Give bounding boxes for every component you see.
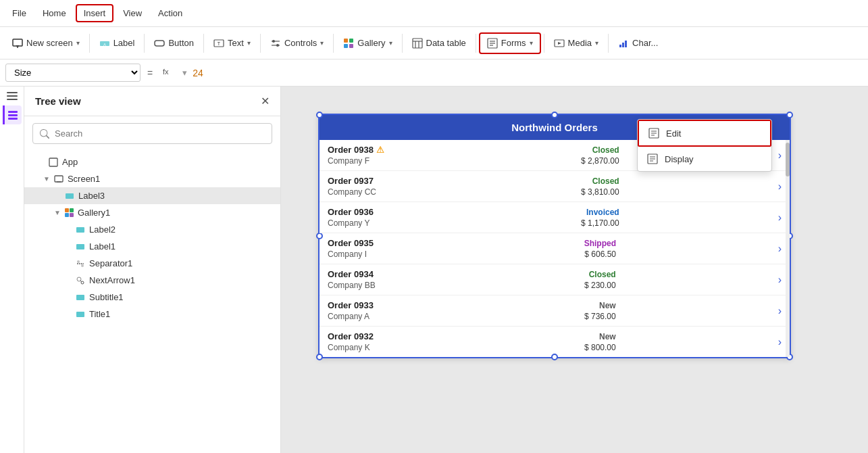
controls-chevron: ▾ xyxy=(320,39,324,47)
toolbar-sep-2 xyxy=(144,34,145,53)
gallery-row[interactable]: Order 0934 Company BB Closed $ 230.00 › xyxy=(320,264,790,295)
svg-rect-15 xyxy=(349,44,353,48)
tree-item-subtitle1-label: Subtitle1 xyxy=(89,292,270,302)
media-chevron: ▾ xyxy=(595,39,598,47)
toolbar: New screen ▾ A Label Button T Text ▾ xyxy=(0,27,868,59)
menu-view[interactable]: View xyxy=(116,5,149,21)
button-label: Button xyxy=(168,38,194,48)
svg-rect-46 xyxy=(76,312,84,317)
gallery-row[interactable]: Order 0937 Company CC Closed $ 3,810.00 … xyxy=(320,171,790,202)
tree-close-button[interactable]: ✕ xyxy=(261,95,270,108)
tree-item-gallery1[interactable]: ▼ Gallery1 xyxy=(24,204,280,221)
data-table-icon xyxy=(412,38,423,49)
toolbar-sep-1 xyxy=(89,34,90,53)
forms-dropdown-edit[interactable]: Edit xyxy=(638,120,771,147)
forms-edit-label: Edit xyxy=(666,128,681,139)
fx-icon: fx xyxy=(162,66,174,78)
tree-item-separator1[interactable]: Separator1 xyxy=(24,255,280,272)
subtitle1-icon xyxy=(76,294,85,301)
menu-file[interactable]: File xyxy=(5,5,33,21)
svg-rect-30 xyxy=(8,111,18,113)
new-screen-button[interactable]: New screen ▾ xyxy=(5,34,86,53)
media-label: Media xyxy=(568,38,592,48)
gallery-row-chevron[interactable]: › xyxy=(778,274,782,286)
tree-item-label2[interactable]: Label2 xyxy=(24,221,280,238)
label-button[interactable]: A Label xyxy=(93,34,142,53)
gallery-row-company: Company Y xyxy=(328,218,422,228)
gallery-scrollbar[interactable] xyxy=(786,140,790,357)
svg-point-11 xyxy=(276,44,279,47)
charts-button[interactable]: Char... xyxy=(611,34,665,53)
hamburger-menu[interactable] xyxy=(7,92,18,100)
gallery-row-amount: $ 800.00 xyxy=(584,343,616,352)
gallery1-chevron: ▼ xyxy=(54,209,61,216)
button-icon xyxy=(154,38,165,49)
controls-label: Controls xyxy=(284,38,317,48)
gallery-scrollbar-thumb[interactable] xyxy=(786,143,790,176)
gallery-row-status: New xyxy=(599,332,616,341)
menu-home[interactable]: Home xyxy=(36,5,73,21)
gallery-row-chevron[interactable]: › xyxy=(778,212,782,224)
gallery-row-chevron[interactable]: › xyxy=(778,243,782,255)
label-label: Label xyxy=(113,38,135,48)
svg-rect-45 xyxy=(76,295,84,300)
gallery-row[interactable]: Order 0936 Company Y Invoiced $ 1,170.00… xyxy=(320,202,790,233)
gallery-row-chevron[interactable]: › xyxy=(778,149,782,162)
text-button[interactable]: T Text ▾ xyxy=(207,34,257,53)
svg-point-40 xyxy=(77,260,80,263)
toolbar-sep-5 xyxy=(333,34,334,53)
label2-icon xyxy=(76,226,85,233)
tree-search-input[interactable] xyxy=(32,123,272,144)
tree-item-label1[interactable]: Label1 xyxy=(24,238,280,255)
screen1-chevron: ▼ xyxy=(43,175,50,183)
controls-button[interactable]: Controls ▾ xyxy=(263,34,330,53)
gallery-row-order: Order 0934 xyxy=(328,269,422,279)
formula-equals: = xyxy=(143,68,157,78)
handle-tc[interactable] xyxy=(551,112,558,118)
controls-icon xyxy=(270,38,281,49)
gallery-row-amount: $ 606.50 xyxy=(584,249,616,259)
svg-text:T: T xyxy=(218,41,221,46)
gallery-row-chevron[interactable]: › xyxy=(778,305,782,317)
svg-rect-34 xyxy=(55,176,63,182)
data-table-button[interactable]: Data table xyxy=(405,34,473,53)
svg-rect-32 xyxy=(8,118,18,120)
forms-chevron: ▾ xyxy=(530,39,533,47)
gallery-icon xyxy=(343,38,354,49)
gallery-row-status: Closed xyxy=(589,270,616,279)
property-select[interactable]: Size xyxy=(5,64,141,82)
gallery-row-status: New xyxy=(599,301,616,310)
gallery-row[interactable]: Order 0932 Company K New $ 800.00 › xyxy=(320,327,790,357)
tree-item-app-label: App xyxy=(62,157,270,167)
menu-action[interactable]: Action xyxy=(151,5,189,21)
svg-rect-36 xyxy=(66,193,74,199)
gallery-row-chevron[interactable]: › xyxy=(778,181,782,193)
sidebar-icon-layers[interactable] xyxy=(3,105,22,124)
tree-item-screen1[interactable]: ▼ Screen1 xyxy=(24,170,280,187)
tree-item-title1[interactable]: Title1 xyxy=(24,306,280,323)
gallery-row-order: Order 0935 xyxy=(328,238,422,248)
gallery-button[interactable]: Gallery ▾ xyxy=(336,34,399,53)
tree-item-subtitle1[interactable]: Subtitle1 xyxy=(24,289,280,306)
media-button[interactable]: Media ▾ xyxy=(547,34,605,53)
tree-item-label3[interactable]: Label3 xyxy=(24,187,280,204)
new-screen-label: New screen xyxy=(26,38,73,48)
svg-rect-16 xyxy=(413,39,422,48)
forms-dropdown-display[interactable]: Display xyxy=(638,147,771,171)
handle-tr[interactable] xyxy=(786,112,793,118)
tree-item-nextarrow1[interactable]: NextArrow1 xyxy=(24,272,280,289)
tree-item-label1-label: Label1 xyxy=(89,241,270,252)
button-button[interactable]: Button xyxy=(147,34,201,53)
gallery-row[interactable]: Order 0933 Company A New $ 736.00 › xyxy=(320,295,790,327)
gallery-row-chevron[interactable]: › xyxy=(778,336,782,348)
menu-insert[interactable]: Insert xyxy=(76,4,114,22)
forms-button[interactable]: Forms ▾ xyxy=(479,32,541,54)
tree-item-app[interactable]: App xyxy=(24,153,280,170)
gallery-row[interactable]: Order 0935 Company I Shipped $ 606.50 › xyxy=(320,233,790,264)
app-icon xyxy=(49,158,58,167)
forms-icon xyxy=(487,38,498,49)
text-chevron: ▾ xyxy=(247,39,251,47)
handle-tl[interactable] xyxy=(316,112,323,118)
tree-view-title: Tree view xyxy=(35,95,81,107)
tree-item-label2-label: Label2 xyxy=(89,224,270,235)
